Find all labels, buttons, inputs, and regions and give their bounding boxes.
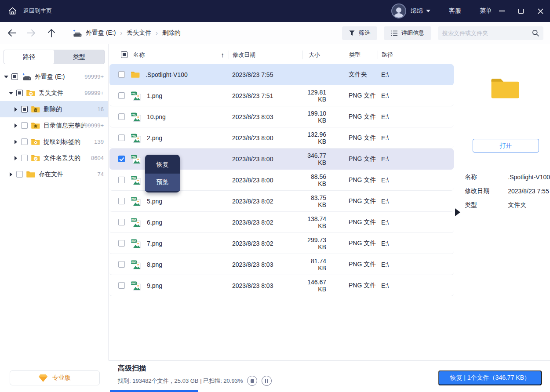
user-name[interactable]: 绵绵 bbox=[411, 7, 423, 15]
tree-item-count: 99999+ bbox=[84, 73, 108, 80]
close-icon bbox=[538, 8, 543, 14]
minimize-button[interactable] bbox=[492, 0, 511, 22]
png-icon: PNG bbox=[131, 133, 141, 143]
table-row[interactable]: PNG 6.png 2023/8/23 8:02 138.74 KB PNG 文… bbox=[109, 212, 454, 233]
column-header-name[interactable]: 名称 bbox=[133, 51, 145, 59]
table-row[interactable]: .Spotlight-V100 2023/8/23 7:55 文件夹 E:\ bbox=[109, 64, 454, 85]
close-button[interactable] bbox=[531, 0, 550, 22]
row-checkbox[interactable] bbox=[118, 261, 125, 268]
tree-checkbox[interactable] bbox=[16, 171, 23, 178]
table-header: 名称 ↑ 修改日期 大小 类型 路径 bbox=[109, 45, 454, 64]
collapse-panel-icon[interactable] bbox=[455, 208, 460, 216]
footer-bar: 专业版 高级扫描 找到: 193482个文件，25.03 GB | 已扫描: 2… bbox=[0, 360, 550, 392]
png-icon: PNG bbox=[131, 260, 141, 269]
table-row[interactable]: PNG 5.png 2023/8/23 8:02 83.75 KB PNG 文件… bbox=[109, 191, 454, 212]
tree-item-count: 99999+ bbox=[84, 90, 108, 96]
context-menu-item[interactable]: 恢复 bbox=[145, 156, 180, 174]
row-checkbox[interactable] bbox=[118, 177, 125, 183]
tree-expander-icon[interactable] bbox=[8, 92, 14, 94]
open-button[interactable]: 打开 bbox=[473, 139, 539, 152]
tree-item-count: 8604 bbox=[91, 155, 108, 161]
tree-expander-icon[interactable] bbox=[4, 76, 9, 78]
search-input[interactable] bbox=[442, 30, 532, 36]
sidebar-tab-active[interactable]: 路径 bbox=[4, 50, 54, 64]
file-size: 138.74 KB bbox=[302, 215, 344, 229]
home-button[interactable]: 返回到主页 bbox=[0, 0, 60, 22]
breadcrumb-item[interactable]: 外置盘 (E:) › bbox=[72, 29, 127, 37]
row-checkbox[interactable] bbox=[118, 113, 125, 120]
stop-scan-button[interactable] bbox=[247, 376, 257, 386]
table-row[interactable]: PNG 8.png 2023/8/23 8:03 81.74 KB PNG 文件… bbox=[109, 254, 454, 275]
tree-item[interactable]: 丢失文件 99999+ bbox=[0, 85, 108, 101]
breadcrumb-item[interactable]: 删除的 bbox=[162, 29, 181, 37]
tree-expander-icon[interactable] bbox=[13, 123, 18, 128]
column-header-type[interactable]: 类型 bbox=[344, 51, 378, 59]
context-menu-item[interactable]: 预览 bbox=[145, 174, 180, 191]
up-button[interactable] bbox=[46, 27, 57, 39]
folder-icon bbox=[26, 171, 35, 178]
menu-link[interactable]: 菜单 bbox=[480, 7, 492, 15]
column-header-path[interactable]: 路径 bbox=[378, 51, 454, 59]
breadcrumb-item[interactable]: 丢失文件 › bbox=[127, 29, 162, 37]
sidebar-tabs: 路径类型 bbox=[4, 50, 105, 64]
maximize-button[interactable] bbox=[511, 0, 531, 22]
file-size: 83.75 KB bbox=[302, 194, 344, 208]
search-icon[interactable] bbox=[532, 29, 539, 36]
table-row[interactable]: PNG 7.png 2023/8/23 8:02 299.73 KB PNG 文… bbox=[109, 233, 454, 254]
forward-button[interactable] bbox=[25, 27, 37, 39]
tree-expander-icon[interactable] bbox=[13, 156, 18, 160]
avatar[interactable] bbox=[391, 4, 406, 18]
tree-expander-icon[interactable] bbox=[13, 107, 18, 112]
row-checkbox[interactable] bbox=[118, 71, 125, 78]
tree-checkbox[interactable] bbox=[21, 155, 28, 161]
table-row[interactable]: PNG 10.png 2023/8/23 8:03 199.10 KB PNG … bbox=[109, 106, 454, 127]
table-row[interactable]: PNG 2.png 2023/8/23 8:00 132.96 KB PNG 文… bbox=[109, 127, 454, 149]
back-button[interactable] bbox=[6, 27, 18, 39]
breadcrumb-separator-icon: › bbox=[156, 29, 158, 36]
pro-version-button[interactable]: 专业版 bbox=[10, 370, 100, 385]
column-header-size[interactable]: 大小 bbox=[302, 51, 344, 59]
tree-expander-icon[interactable] bbox=[13, 140, 18, 144]
table-row[interactable]: PNG 9.png 2023/8/23 8:03 146.67 KB PNG 文… bbox=[109, 275, 454, 296]
tree-checkbox[interactable] bbox=[11, 73, 18, 80]
details-button[interactable]: 详细信息 bbox=[384, 26, 431, 40]
png-icon: PNG bbox=[131, 112, 141, 122]
tree-item[interactable]: 提取到标签的 139 bbox=[0, 134, 108, 150]
tree-item[interactable]: ? 文件名丢失的 8604 bbox=[0, 150, 108, 166]
chevron-down-icon[interactable] bbox=[426, 10, 430, 12]
pause-scan-button[interactable] bbox=[262, 376, 272, 386]
tree-checkbox[interactable] bbox=[21, 138, 28, 145]
row-checkbox[interactable] bbox=[118, 219, 125, 225]
file-path: E:\ bbox=[378, 134, 454, 142]
row-checkbox[interactable] bbox=[118, 198, 125, 204]
tree-item[interactable]: 目录信息完整的 99999+ bbox=[0, 117, 108, 134]
sort-ascending-icon[interactable]: ↑ bbox=[221, 51, 225, 58]
row-checkbox[interactable] bbox=[118, 282, 125, 289]
file-path: E:\ bbox=[378, 261, 454, 268]
row-checkbox[interactable] bbox=[118, 92, 125, 99]
column-header-date[interactable]: 修改日期 bbox=[229, 51, 302, 59]
tree-item[interactable]: 存在文件 74 bbox=[0, 166, 108, 182]
sidebar-tab-inactive[interactable]: 类型 bbox=[54, 50, 104, 64]
svg-text:PNG: PNG bbox=[131, 197, 136, 200]
property-value: 2023/8/23 7:55 bbox=[508, 188, 550, 195]
folder-icon bbox=[131, 71, 140, 78]
row-checkbox[interactable] bbox=[118, 240, 125, 247]
tree-expander-icon[interactable] bbox=[8, 172, 14, 177]
row-checkbox[interactable] bbox=[118, 156, 125, 162]
property-label: 名称 bbox=[465, 173, 508, 181]
support-link[interactable]: 客服 bbox=[449, 7, 461, 15]
filter-button[interactable]: 筛选 bbox=[342, 26, 377, 40]
arrow-right-icon bbox=[27, 29, 36, 36]
tree-checkbox[interactable] bbox=[16, 90, 23, 96]
tree-checkbox[interactable] bbox=[21, 106, 28, 113]
tree-item[interactable]: 删除的 16 bbox=[0, 101, 108, 117]
folder-tag-icon bbox=[31, 138, 40, 145]
table-row[interactable]: PNG 1.png 2023/8/23 7:51 129.81 KB PNG 文… bbox=[109, 85, 454, 106]
file-date: 2023/8/23 8:03 bbox=[229, 282, 302, 289]
recover-button[interactable]: 恢复 | 1个文件（346.77 KB） bbox=[438, 370, 542, 385]
tree-checkbox[interactable] bbox=[21, 122, 28, 129]
tree-item[interactable]: 外置盘 (E:) 99999+ bbox=[0, 69, 108, 85]
select-all-checkbox[interactable] bbox=[121, 51, 127, 58]
row-checkbox[interactable] bbox=[118, 134, 125, 141]
